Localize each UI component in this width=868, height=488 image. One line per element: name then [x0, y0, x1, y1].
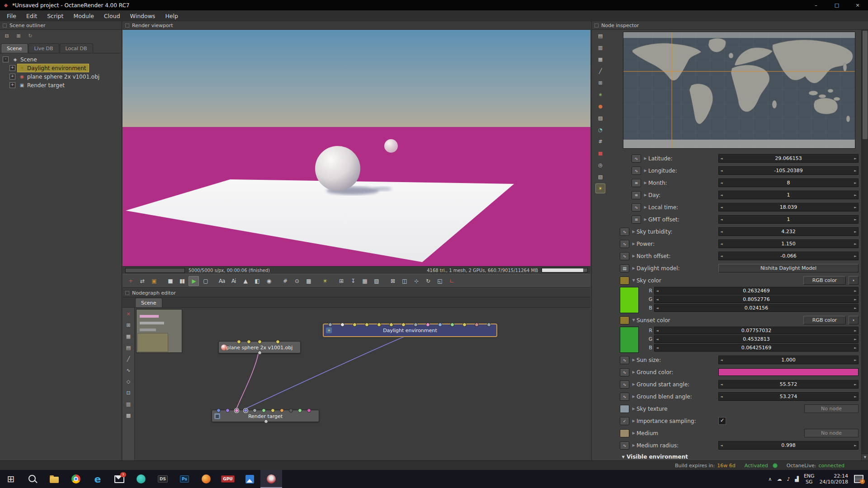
- nodegraph-minimap[interactable]: [136, 309, 182, 353]
- region-render-icon[interactable]: ◧: [252, 276, 262, 286]
- value-slider[interactable]: ◄1.150►: [718, 239, 859, 248]
- slider-inc-arrow[interactable]: ►: [853, 289, 858, 293]
- pick-center-icon[interactable]: +: [125, 276, 136, 286]
- param-type-icon[interactable]: ∿: [632, 155, 641, 163]
- node-red-icon[interactable]: ■: [596, 149, 605, 158]
- stop-render-icon[interactable]: ■: [165, 276, 175, 286]
- param-type-icon[interactable]: ∿: [620, 356, 629, 364]
- taskbar-clock[interactable]: 22:14 24/10/2018: [820, 473, 848, 485]
- tree-row[interactable]: -◈Scene: [0, 55, 122, 64]
- param-expander[interactable]: ▶: [642, 205, 648, 209]
- pause-render-icon[interactable]: ▮▮: [177, 276, 187, 286]
- refresh-icon[interactable]: ↻: [26, 32, 34, 39]
- node-pin[interactable]: [244, 408, 248, 413]
- node-pin[interactable]: [258, 340, 262, 344]
- taskbar-firefox[interactable]: [195, 470, 217, 488]
- color-mode-mini-button[interactable]: ▾: [849, 276, 859, 285]
- slider-dec-arrow[interactable]: ◄: [719, 358, 724, 362]
- taskbar-clock-app[interactable]: [130, 470, 152, 488]
- ng-layout-icon[interactable]: ▦: [124, 333, 132, 340]
- camera-settings-icon[interactable]: #: [280, 276, 290, 286]
- scrollbar-thumb[interactable]: [863, 31, 868, 139]
- param-expander[interactable]: ▶: [631, 419, 637, 423]
- slider-inc-arrow[interactable]: ►: [853, 242, 858, 246]
- slider-dec-arrow[interactable]: ◄: [719, 444, 724, 447]
- menu-script[interactable]: Script: [42, 10, 68, 21]
- slider-inc-arrow[interactable]: ►: [853, 169, 858, 173]
- color-swatch[interactable]: [620, 327, 639, 353]
- param-expander[interactable]: ▶: [642, 156, 648, 160]
- param-expander[interactable]: ▶: [642, 181, 648, 185]
- param-type-icon[interactable]: ✓: [620, 417, 629, 425]
- node-pin[interactable]: [307, 408, 311, 413]
- ground-color-bar[interactable]: [718, 368, 859, 376]
- taskbar-file-explorer[interactable]: [43, 470, 65, 488]
- param-type-icon[interactable]: ∿: [620, 393, 629, 401]
- taskbar-gpuz[interactable]: GPU: [217, 470, 239, 488]
- daylight-model-dropdown[interactable]: Nishita Daylight Model: [718, 264, 859, 272]
- param-type-icon[interactable]: ∿: [620, 252, 629, 260]
- slider-dec-arrow[interactable]: ◄: [719, 169, 724, 173]
- language-indicator[interactable]: ENG SG: [804, 473, 815, 485]
- param-expander[interactable]: ▶: [631, 407, 637, 411]
- white-balance-picker-icon[interactable]: ▩: [303, 276, 314, 286]
- ng-diamond-icon[interactable]: ◇: [124, 378, 132, 385]
- value-slider[interactable]: ◄1►: [718, 215, 859, 224]
- ng-delete-icon[interactable]: ×: [124, 310, 132, 317]
- node-pin[interactable]: [340, 323, 344, 327]
- taskbar-mail[interactable]: 1: [108, 470, 130, 488]
- tree-expander-icon[interactable]: +: [9, 74, 15, 80]
- close-button[interactable]: ×: [847, 0, 868, 10]
- node-material-icon[interactable]: ∗: [596, 90, 605, 99]
- node-add-icon[interactable]: ⊞: [596, 78, 605, 87]
- taskbar-edge[interactable]: e: [87, 470, 108, 488]
- background-image-icon[interactable]: ▧: [371, 276, 382, 286]
- node-daylight-icon[interactable]: ☀: [596, 184, 605, 193]
- value-slider[interactable]: ◄18.039►: [718, 203, 859, 211]
- scrollbar-down-arrow[interactable]: ▼: [862, 454, 868, 460]
- node-pin[interactable]: [438, 323, 442, 327]
- tab-local-db[interactable]: Local DB: [60, 43, 93, 53]
- value-slider[interactable]: ◄0.4532813►: [654, 335, 859, 343]
- tree-row[interactable]: +◉plane sphere 2x v1001.obj: [0, 72, 122, 81]
- param-expander[interactable]: ▶: [642, 169, 648, 173]
- world-axes-icon[interactable]: ∟: [446, 276, 457, 286]
- menu-cloud[interactable]: Cloud: [99, 10, 125, 21]
- value-slider[interactable]: ◄0.06425169►: [654, 344, 859, 352]
- notification-center-icon[interactable]: 2: [854, 475, 863, 483]
- tray-onedrive-icon[interactable]: ☁: [777, 476, 782, 482]
- slider-inc-arrow[interactable]: ►: [853, 346, 858, 350]
- param-expander[interactable]: ▶: [631, 254, 637, 258]
- value-slider[interactable]: ◄-105.20389►: [718, 166, 859, 175]
- param-expander[interactable]: ▶: [631, 443, 637, 447]
- lock-resolution-icon[interactable]: ▣: [149, 276, 159, 286]
- nodegraph-tab-scene[interactable]: Scene: [135, 298, 162, 307]
- slider-dec-arrow[interactable]: ◄: [655, 329, 660, 333]
- param-collapse-icon[interactable]: ▼: [631, 318, 637, 322]
- ng-snap-icon[interactable]: ⊡: [124, 389, 132, 396]
- node-pin[interactable]: [253, 408, 257, 413]
- nodegraph-canvas[interactable]: ×⊞▦▤╱∿◇⊡▥▩ ☀Daylight environmentplane sp…: [123, 308, 590, 460]
- node-edit-icon[interactable]: ╱: [596, 66, 605, 75]
- expand-tree-icon[interactable]: ⊞: [14, 32, 23, 39]
- slider-dec-arrow[interactable]: ◄: [719, 206, 724, 209]
- node-pin[interactable]: [475, 323, 479, 327]
- param-type-icon[interactable]: ∿: [620, 368, 629, 376]
- collapse-tree-icon[interactable]: ⊟: [3, 32, 11, 39]
- pan-view-icon[interactable]: ⇄: [137, 276, 147, 286]
- slider-dec-arrow[interactable]: ◄: [655, 306, 660, 310]
- tree-expander-icon[interactable]: +: [9, 65, 15, 71]
- param-type-icon[interactable]: ∿: [632, 167, 641, 175]
- node-pin[interactable]: [226, 408, 230, 413]
- menu-module[interactable]: Module: [68, 10, 99, 21]
- search-button[interactable]: [22, 470, 43, 488]
- node-pin[interactable]: [462, 323, 467, 327]
- node-slot-value[interactable]: No node: [804, 404, 859, 413]
- value-slider[interactable]: ◄1.000►: [718, 356, 859, 364]
- kernel-icon[interactable]: ☀: [320, 276, 330, 286]
- param-expander[interactable]: ▶: [631, 230, 637, 234]
- node-image-icon[interactable]: ▧: [596, 172, 605, 181]
- slider-inc-arrow[interactable]: ►: [853, 218, 858, 221]
- section-collapse-icon[interactable]: ▼: [620, 455, 627, 459]
- tree-item[interactable]: ◉plane sphere 2x v1001.obj: [17, 72, 102, 81]
